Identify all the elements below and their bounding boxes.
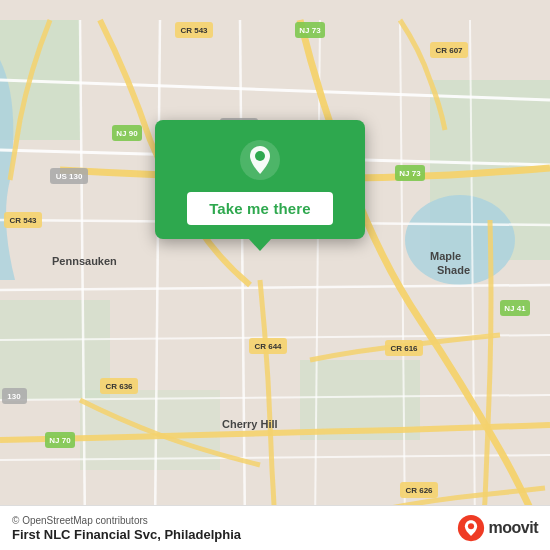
osm-attribution: © OpenStreetMap contributors xyxy=(12,515,241,526)
svg-text:NJ 73: NJ 73 xyxy=(299,26,321,35)
popup-card: Take me there xyxy=(155,120,365,239)
svg-text:CR 644: CR 644 xyxy=(254,342,282,351)
svg-text:CR 543: CR 543 xyxy=(180,26,208,35)
svg-point-54 xyxy=(255,151,265,161)
location-pin-icon xyxy=(238,138,282,182)
svg-text:Shade: Shade xyxy=(437,264,470,276)
svg-text:Cherry Hill: Cherry Hill xyxy=(222,418,278,430)
svg-text:130: 130 xyxy=(7,392,21,401)
svg-text:NJ 73: NJ 73 xyxy=(399,169,421,178)
map-container: CR 543 NJ 73 CR 607 CR 543 NJ 90 US 130 … xyxy=(0,0,550,550)
moovit-text: moovit xyxy=(489,519,538,537)
svg-text:NJ 90: NJ 90 xyxy=(116,129,138,138)
svg-text:Maple: Maple xyxy=(430,250,461,262)
svg-text:CR 607: CR 607 xyxy=(435,46,463,55)
svg-text:US 130: US 130 xyxy=(56,172,83,181)
svg-text:CR 543: CR 543 xyxy=(9,216,37,225)
moovit-logo: moovit xyxy=(457,514,538,542)
take-me-there-button[interactable]: Take me there xyxy=(187,192,333,225)
location-name: First NLC Financial Svc, Philadelphia xyxy=(12,527,241,542)
svg-text:CR 626: CR 626 xyxy=(405,486,433,495)
svg-rect-3 xyxy=(0,300,110,400)
map-svg: CR 543 NJ 73 CR 607 CR 543 NJ 90 US 130 … xyxy=(0,0,550,550)
svg-text:CR 636: CR 636 xyxy=(105,382,133,391)
svg-text:NJ 41: NJ 41 xyxy=(504,304,526,313)
bottom-left-info: © OpenStreetMap contributors First NLC F… xyxy=(12,515,241,542)
moovit-icon xyxy=(457,514,485,542)
bottom-bar: © OpenStreetMap contributors First NLC F… xyxy=(0,505,550,550)
svg-text:NJ 70: NJ 70 xyxy=(49,436,71,445)
svg-text:CR 616: CR 616 xyxy=(390,344,418,353)
svg-point-56 xyxy=(467,523,473,529)
svg-line-17 xyxy=(400,20,405,530)
svg-text:Pennsauken: Pennsauken xyxy=(52,255,117,267)
